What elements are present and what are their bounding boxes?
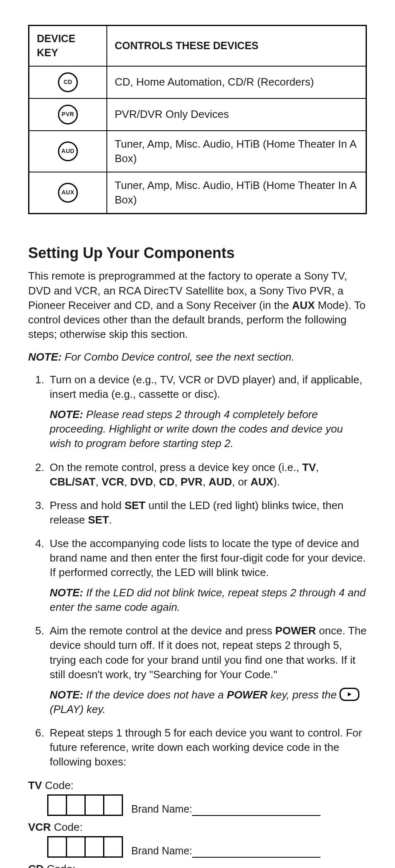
tv-code-row: TV Code: Brand Name: <box>28 778 367 816</box>
note-text: If the LED did not blink twice, repeat s… <box>50 586 366 613</box>
key-name: TV <box>302 461 316 473</box>
section-heading: Setting Up Your Components <box>28 243 367 263</box>
code-device-label: CD <box>28 863 44 868</box>
table-header-device-key: DEVICE KEY <box>29 26 107 66</box>
step-1: Turn on a device (e.g., TV, VCR or DVD p… <box>47 373 367 451</box>
table-row: CD CD, Home Automation, CD/R (Recorders) <box>29 66 366 98</box>
table-row: AUD Tuner, Amp, Misc. Audio, HTiB (Home … <box>29 131 366 172</box>
table-row: PVR PVR/DVR Only Devices <box>29 98 366 131</box>
note-label: NOTE: <box>50 689 83 701</box>
step-3: Press and hold SET until the LED (red li… <box>47 498 367 527</box>
step-6: Repeat steps 1 through 5 for each device… <box>47 726 367 769</box>
step-5: Aim the remote control at the device and… <box>47 624 367 717</box>
code-device-label: TV <box>28 779 42 791</box>
table-cell: PVR/DVR Only Devices <box>107 98 366 131</box>
key-name: VCR <box>101 476 124 488</box>
step-4: Use the accompanying code lists to locat… <box>47 536 367 615</box>
tv-brand-line[interactable] <box>192 815 320 816</box>
step-text: Aim the remote control at the device and… <box>50 624 275 637</box>
manual-page: DEVICE KEY CONTROLS THESE DEVICES CD CD,… <box>0 0 395 868</box>
vcr-brand-line[interactable] <box>192 857 320 858</box>
step-text: Turn on a device (e.g., TV, VCR or DVD p… <box>50 373 362 400</box>
table-cell: Tuner, Amp, Misc. Audio, HTiB (Home Thea… <box>107 131 366 172</box>
step-2: On the remote control, press a device ke… <box>47 460 367 489</box>
key-name: SET <box>125 499 146 512</box>
note-label: NOTE: <box>28 351 62 363</box>
note-label: NOTE: <box>50 408 83 421</box>
key-name: PVR <box>181 476 202 488</box>
pvr-button-icon: PVR <box>58 105 78 124</box>
table-row: AUX Tuner, Amp, Misc. Audio, HTiB (Home … <box>29 172 366 214</box>
cd-code-row: CD Code: Brand Name: <box>28 862 367 868</box>
code-device-label: VCR <box>28 821 51 833</box>
key-name: POWER <box>227 689 267 701</box>
aud-button-icon: AUD <box>58 141 78 161</box>
intro-paragraph: This remote is preprogrammed at the fact… <box>28 269 367 341</box>
key-name: AUX <box>250 476 273 488</box>
key-name: CBL/SAT <box>50 476 96 488</box>
note-text: (PLAY) key. <box>50 703 106 715</box>
svg-marker-0 <box>348 692 352 696</box>
step-text: Press and hold <box>50 499 125 512</box>
steps-list: Turn on a device (e.g., TV, VCR or DVD p… <box>28 373 367 769</box>
tv-code-boxes[interactable] <box>47 794 123 816</box>
key-name: DVD <box>130 476 153 488</box>
table-header-controls: CONTROLS THESE DEVICES <box>107 26 366 66</box>
top-note: NOTE: For Combo Device control, see the … <box>28 350 367 364</box>
note-text: Please read steps 2 through 4 completely… <box>50 408 343 450</box>
vcr-code-row: VCR Code: Brand Name: <box>28 820 367 858</box>
vcr-code-boxes[interactable] <box>47 836 123 858</box>
step-4-note: NOTE: If the LED did not blink twice, re… <box>50 586 367 615</box>
note-label: NOTE: <box>50 586 83 599</box>
key-name: CD <box>159 476 175 488</box>
key-name: SET <box>88 514 109 526</box>
table-cell: CD, Home Automation, CD/R (Recorders) <box>107 66 366 98</box>
step-text: Use the accompanying code lists to locat… <box>50 537 366 579</box>
step-1-note: NOTE: Please read steps 2 through 4 comp… <box>50 407 367 451</box>
key-name: AUD <box>209 476 232 488</box>
key-name: POWER <box>275 624 316 637</box>
note-text: key, press the <box>267 689 340 701</box>
device-key-table: DEVICE KEY CONTROLS THESE DEVICES CD CD,… <box>28 25 367 214</box>
step-5-note: NOTE: If the device does not have a POWE… <box>50 688 367 717</box>
step-text: On the remote control, press a device ke… <box>50 461 302 473</box>
step-text: Repeat steps 1 through 5 for each device… <box>50 727 362 768</box>
play-icon <box>340 688 359 701</box>
brand-name-label: Brand Name: <box>131 845 192 856</box>
cd-button-icon: CD <box>58 72 78 92</box>
aux-button-icon: AUX <box>58 183 78 203</box>
intro-aux-bold: AUX <box>292 299 315 311</box>
note-text: If the device does not have a <box>83 689 227 701</box>
note-text: For Combo Device control, see the next s… <box>62 351 294 363</box>
code-entry-section: TV Code: Brand Name: VCR Code: Brand Nam… <box>28 778 367 868</box>
brand-name-label: Brand Name: <box>131 803 192 815</box>
table-cell: Tuner, Amp, Misc. Audio, HTiB (Home Thea… <box>107 172 366 214</box>
